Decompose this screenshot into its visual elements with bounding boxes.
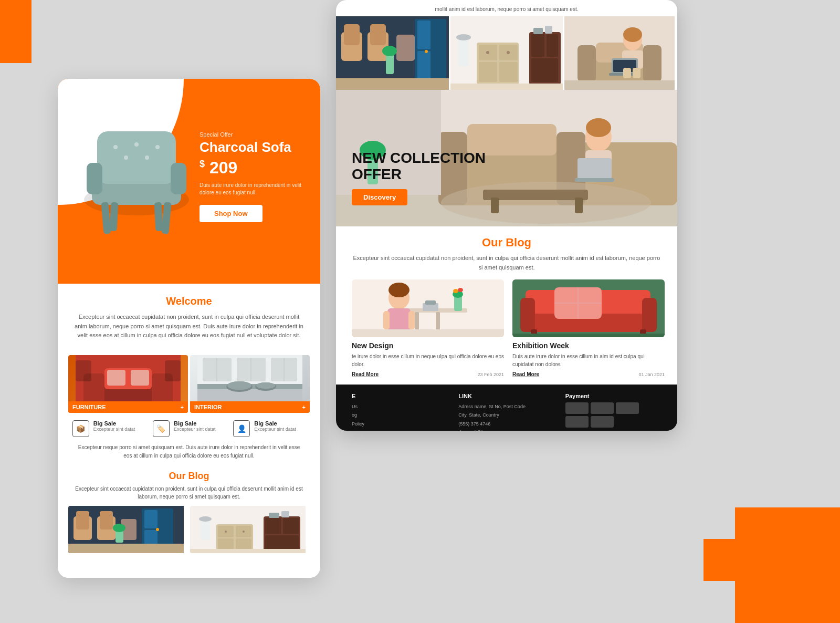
feature-item-0: 📦 Big Sale Excepteur sint datat: [72, 420, 145, 437]
svg-rect-52: [201, 519, 210, 540]
svg-point-60: [243, 531, 245, 533]
furniture-image-box[interactable]: FURNITURE +: [68, 355, 188, 413]
svg-rect-40: [76, 511, 89, 529]
svg-rect-57: [218, 538, 234, 549]
hero-section: Special Offer Charcoal Sofa $ 209 Duis a…: [58, 79, 320, 284]
feature-text-2: Big Sale Excepteur sint datat: [254, 420, 296, 432]
svg-rect-93: [547, 34, 558, 57]
svg-rect-126: [491, 198, 499, 213]
feature-title-0: Big Sale: [93, 420, 135, 427]
svg-point-6: [134, 142, 139, 147]
svg-rect-42: [100, 511, 113, 529]
payment-card-3: [616, 402, 639, 414]
hero-text-block: Special Offer Charcoal Sofa $ 209 Duis a…: [200, 131, 304, 222]
svg-rect-132: [415, 312, 419, 330]
svg-rect-133: [436, 312, 440, 330]
bg-decoration-top-left: [0, 0, 32, 63]
product-name: Charcoal Sofa: [200, 140, 304, 155]
svg-rect-138: [408, 311, 415, 329]
svg-point-7: [155, 145, 160, 149]
new-collection-banner: NEW COLLECTION OFFER Discovery: [336, 90, 677, 226]
svg-rect-94: [531, 58, 558, 82]
svg-rect-2: [97, 131, 176, 184]
payment-cards: [565, 402, 662, 428]
blog-card-desc-0: te irure dolor in esse cillum in neque u…: [352, 352, 504, 368]
right-footer: E Us og Policy LINK Adress name, St No, …: [336, 385, 677, 431]
svg-rect-3: [87, 163, 102, 194]
payment-card-4: [565, 416, 589, 428]
blog-card-img-0: [352, 279, 504, 337]
svg-point-8: [124, 155, 128, 160]
left-blog-section: Our Blog Excepteur sint occaecat cupidat…: [58, 465, 320, 501]
left-blog-img-1: [68, 506, 188, 553]
features-section: 📦 Big Sale Excepteur sint datat 🏷️ Big S…: [58, 413, 320, 441]
welcome-title: Welcome: [74, 295, 304, 307]
blog-card-0: New Design te irure dolor in esse cillum…: [352, 279, 504, 377]
payment-card-1: [565, 402, 589, 414]
hero-description: Duis aute irure dolor in reprehenderit i…: [200, 182, 304, 196]
footer-col-title-0: E: [352, 393, 448, 399]
left-blog-img-2: [190, 506, 310, 553]
svg-rect-97: [450, 84, 563, 90]
feature-item-2: 👤 Big Sale Excepteur sint datat: [233, 420, 306, 437]
svg-rect-88: [499, 62, 518, 82]
svg-rect-101: [643, 45, 662, 82]
new-collection-text: NEW COLLECTION OFFER Discovery: [352, 150, 486, 205]
svg-point-79: [382, 46, 397, 56]
svg-rect-87: [479, 62, 497, 82]
discovery-button[interactable]: Discovery: [352, 189, 407, 205]
feature-item-1: 🏷️ Big Sale Excepteur sint datat: [153, 420, 225, 437]
category-images: FURNITURE +: [68, 355, 310, 413]
svg-rect-66: [281, 511, 289, 517]
right-img-3: [564, 16, 677, 90]
footer-link-blog[interactable]: og: [352, 411, 448, 419]
hero-chair-image: [63, 95, 210, 252]
interior-plus-icon: +: [302, 404, 306, 410]
feature-text-1: Big Sale Excepteur sint datat: [174, 420, 216, 432]
right-blog-text: Excepteur sint occaecat cupidatat non pr…: [352, 254, 662, 272]
interior-label[interactable]: INTERIOR +: [190, 401, 310, 413]
feature-text-0: Big Sale Excepteur sint datat: [93, 420, 135, 432]
welcome-text: Excepteur sint occaecat cupidatat non pr…: [74, 313, 304, 340]
right-top-images: [336, 16, 677, 90]
footer-link-us[interactable]: Us: [352, 402, 448, 411]
special-offer-label: Special Offer: [200, 131, 304, 138]
payment-card-5: [591, 416, 614, 428]
svg-rect-4: [171, 163, 186, 194]
feature-icon-0: 📦: [72, 420, 89, 437]
svg-rect-64: [265, 535, 299, 551]
footer-link-policy[interactable]: Policy: [352, 420, 448, 428]
svg-rect-111: [564, 80, 675, 90]
right-blog-section: Our Blog Excepteur sint occaecat cupidat…: [336, 226, 677, 279]
svg-rect-67: [190, 549, 306, 553]
svg-rect-24: [165, 360, 181, 381]
svg-rect-80: [336, 78, 449, 90]
svg-point-53: [199, 516, 212, 522]
left-blog-images: [68, 506, 310, 553]
svg-rect-70: [344, 24, 360, 45]
svg-rect-92: [531, 34, 544, 57]
svg-rect-19: [107, 370, 125, 386]
left-blog-title: Our Blog: [74, 471, 304, 482]
bg-decoration-bottom-right: [735, 507, 840, 623]
svg-rect-100: [578, 45, 596, 82]
interior-image-box[interactable]: INTERIOR +: [190, 355, 310, 413]
right-top-text: mollit anim id est laborum, neque porro …: [336, 0, 677, 16]
svg-point-47: [156, 528, 159, 531]
svg-rect-58: [236, 538, 251, 549]
svg-point-89: [486, 51, 489, 54]
svg-rect-20: [131, 370, 149, 386]
shop-now-button[interactable]: Shop Now: [200, 205, 262, 222]
svg-rect-145: [352, 329, 504, 337]
svg-rect-110: [633, 68, 640, 78]
svg-point-5: [113, 145, 118, 149]
feature-icon-2: 👤: [233, 420, 250, 437]
furniture-label[interactable]: FURNITURE +: [68, 401, 188, 413]
price-symbol: $: [200, 159, 205, 169]
feature-title-2: Big Sale: [254, 420, 296, 427]
read-more-1[interactable]: Read More: [512, 371, 539, 377]
right-email-card: mollit anim id est laborum, neque porro …: [336, 0, 677, 431]
svg-rect-63: [283, 518, 299, 534]
furniture-label-text: FURNITURE: [72, 404, 106, 410]
read-more-0[interactable]: Read More: [352, 371, 379, 377]
